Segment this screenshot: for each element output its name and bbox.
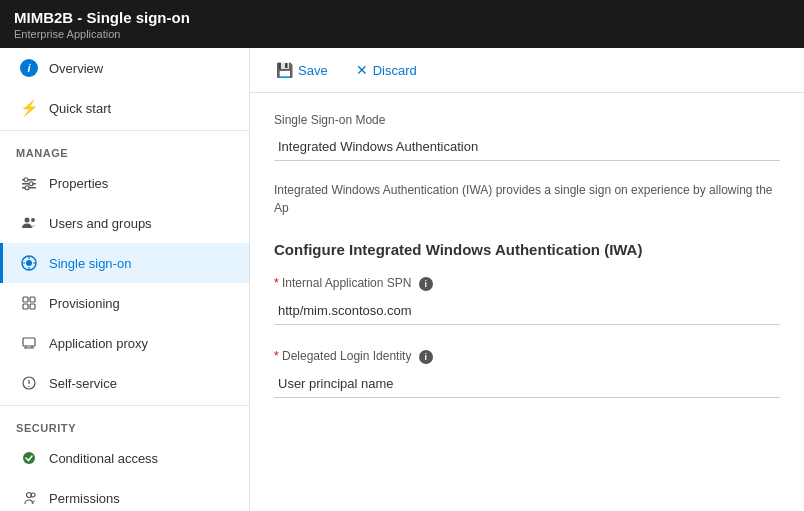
sidebar-label-app-proxy: Application proxy (49, 336, 148, 351)
sidebar-label-sso: Single sign-on (49, 256, 131, 271)
svg-point-6 (25, 218, 30, 223)
sidebar-label-self-service: Self-service (49, 376, 117, 391)
sidebar-item-conditional-access[interactable]: Conditional access (0, 438, 249, 478)
discard-icon: ✕ (356, 62, 368, 78)
sidebar-label-quickstart: Quick start (49, 101, 111, 116)
internal-spn-group: Internal Application SPN i (274, 276, 780, 325)
security-section-label: SECURITY (0, 412, 249, 438)
sidebar-item-provisioning[interactable]: Provisioning (0, 283, 249, 323)
config-heading: Configure Integrated Windows Authenticat… (274, 241, 780, 258)
discard-button[interactable]: ✕ Discard (350, 58, 423, 82)
sidebar-item-sso[interactable]: Single sign-on (0, 243, 249, 283)
info-circle-icon: i (19, 58, 39, 78)
sidebar-label-permissions: Permissions (49, 491, 120, 506)
main-layout: i Overview ⚡ Quick start MANAGE Properti… (0, 48, 804, 511)
internal-spn-info-icon[interactable]: i (419, 277, 433, 291)
sidebar-item-permissions[interactable]: Permissions (0, 478, 249, 511)
svg-rect-11 (30, 297, 35, 302)
self-service-icon (19, 373, 39, 393)
svg-rect-16 (23, 452, 35, 464)
svg-rect-10 (23, 297, 28, 302)
content-body: Single Sign-on Mode Integrated Windows A… (250, 93, 804, 438)
conditional-access-icon (19, 448, 39, 468)
manage-section-label: MANAGE (0, 137, 249, 163)
sidebar-label-overview: Overview (49, 61, 103, 76)
sidebar-label-users-groups: Users and groups (49, 216, 152, 231)
permissions-icon (19, 488, 39, 508)
app-proxy-icon (19, 333, 39, 353)
svg-rect-13 (30, 304, 35, 309)
page-title: MIMB2B - Single sign-on (14, 9, 790, 26)
sidebar-item-quickstart[interactable]: ⚡ Quick start (0, 88, 249, 128)
svg-point-4 (29, 182, 33, 186)
sidebar-label-conditional-access: Conditional access (49, 451, 158, 466)
internal-spn-input[interactable] (274, 297, 780, 325)
sidebar-divider-security (0, 405, 249, 406)
sso-icon (19, 253, 39, 273)
sidebar-label-properties: Properties (49, 176, 108, 191)
sso-mode-select[interactable]: Integrated Windows Authentication (274, 133, 780, 161)
lightning-icon: ⚡ (19, 98, 39, 118)
svg-point-7 (31, 218, 35, 222)
save-label: Save (298, 63, 328, 78)
top-bar: MIMB2B - Single sign-on Enterprise Appli… (0, 0, 804, 48)
svg-rect-14 (23, 338, 35, 346)
sidebar-item-overview[interactable]: i Overview (0, 48, 249, 88)
sliders-icon (19, 173, 39, 193)
sidebar: i Overview ⚡ Quick start MANAGE Properti… (0, 48, 250, 511)
toolbar: 💾 Save ✕ Discard (250, 48, 804, 93)
sidebar-item-users-groups[interactable]: Users and groups (0, 203, 249, 243)
svg-point-3 (24, 178, 28, 182)
sso-mode-group: Single Sign-on Mode Integrated Windows A… (274, 113, 780, 161)
page-subtitle: Enterprise Application (14, 28, 790, 40)
discard-label: Discard (373, 63, 417, 78)
delegated-login-group: Delegated Login Identity i User principa… (274, 349, 780, 398)
delegated-login-info-icon[interactable]: i (419, 350, 433, 364)
delegated-login-select[interactable]: User principal name (274, 370, 780, 398)
description-text: Integrated Windows Authentication (IWA) … (274, 181, 780, 217)
internal-spn-label: Internal Application SPN i (274, 276, 780, 291)
users-icon (19, 213, 39, 233)
provisioning-icon (19, 293, 39, 313)
sidebar-item-self-service[interactable]: Self-service (0, 363, 249, 403)
save-button[interactable]: 💾 Save (270, 58, 334, 82)
svg-rect-12 (23, 304, 28, 309)
sidebar-label-provisioning: Provisioning (49, 296, 120, 311)
sidebar-item-properties[interactable]: Properties (0, 163, 249, 203)
svg-point-9 (26, 260, 32, 266)
delegated-login-label: Delegated Login Identity i (274, 349, 780, 364)
svg-point-5 (25, 186, 29, 190)
save-icon: 💾 (276, 62, 293, 78)
sso-mode-label: Single Sign-on Mode (274, 113, 780, 127)
sidebar-divider-manage (0, 130, 249, 131)
sidebar-item-app-proxy[interactable]: Application proxy (0, 323, 249, 363)
content-area: 💾 Save ✕ Discard Single Sign-on Mode Int… (250, 48, 804, 511)
